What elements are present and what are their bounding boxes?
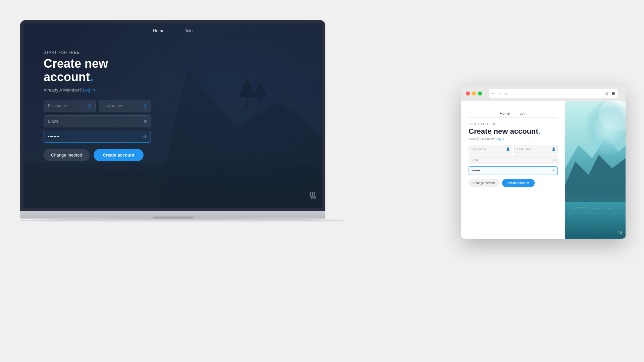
laptop-login-link[interactable]: Log In bbox=[83, 87, 95, 93]
laptop-lastname-icon: 👤 bbox=[142, 104, 148, 109]
browser-star-icon[interactable]: ☆ bbox=[604, 90, 609, 97]
laptop-stand-shadow bbox=[20, 219, 345, 223]
browser-watermark: \\\ bbox=[618, 230, 622, 235]
browser-decorative-image: \\\ bbox=[565, 101, 626, 239]
browser-email-icon: ✉ bbox=[553, 158, 555, 162]
laptop-password-row: 👁 bbox=[44, 131, 151, 143]
browser-email-row: ✉ bbox=[469, 156, 558, 164]
browser-password-wrap: 👁 bbox=[469, 166, 558, 175]
browser-lastname-icon: 👤 bbox=[552, 147, 555, 151]
laptop-screen: Home Join START FOR FREE Create new acco… bbox=[20, 20, 325, 211]
laptop-firstname-wrap: 👤 bbox=[44, 100, 96, 112]
laptop-container: Home Join START FOR FREE Create new acco… bbox=[20, 20, 329, 223]
laptop-password-wrap: 👁 bbox=[44, 131, 151, 143]
traffic-lights bbox=[466, 92, 482, 96]
laptop-firstname-icon: 👤 bbox=[87, 104, 92, 109]
browser-password-input[interactable] bbox=[469, 166, 558, 175]
browser-name-row: 👤 👤 bbox=[469, 145, 558, 154]
laptop-watermark: \\\ bbox=[310, 190, 315, 201]
laptop-create-account-button[interactable]: Create account bbox=[94, 149, 144, 161]
browser-member-text: Already A Member? Log In bbox=[469, 137, 558, 141]
browser-form-side: Home Join START FOR FREE Create new acco… bbox=[461, 101, 565, 239]
laptop-nav-home[interactable]: Home bbox=[153, 28, 165, 33]
laptop-email-input[interactable] bbox=[44, 115, 151, 127]
browser-titlebar: ← → ⌂ ☆ ≡ bbox=[461, 85, 626, 101]
browser-navbar: Home Join bbox=[469, 108, 558, 118]
browser-lastname-input[interactable] bbox=[514, 145, 558, 154]
laptop-email-wrap: ✉ bbox=[44, 115, 151, 127]
browser-home-icon[interactable]: ⌂ bbox=[505, 91, 507, 96]
laptop-title-dot: . bbox=[90, 70, 93, 84]
laptop-name-row: 👤 👤 bbox=[44, 100, 151, 112]
browser-address-bar: ← → ⌂ ☆ ≡ bbox=[489, 89, 618, 98]
browser-window: ← → ⌂ ☆ ≡ Home Join START FOR FREE Creat… bbox=[461, 85, 626, 239]
laptop-navbar: Home Join bbox=[23, 23, 322, 38]
browser-back-arrow[interactable]: ← bbox=[491, 91, 495, 96]
laptop-title-text: Create new account bbox=[44, 57, 108, 84]
traffic-light-yellow[interactable] bbox=[472, 92, 476, 96]
browser-nav-home[interactable]: Home bbox=[500, 111, 509, 115]
svg-point-11 bbox=[612, 111, 626, 131]
laptop-email-icon: ✉ bbox=[144, 119, 148, 124]
laptop-form-area: START FOR FREE Create new account. Alrea… bbox=[44, 50, 151, 161]
browser-btn-row: Change method Create account bbox=[469, 179, 558, 187]
browser-email-input[interactable] bbox=[469, 156, 558, 164]
browser-title-text: Create new account bbox=[469, 127, 538, 135]
browser-login-link[interactable]: Log In bbox=[496, 137, 504, 141]
browser-image-panel: \\\ bbox=[565, 101, 626, 239]
traffic-light-red[interactable] bbox=[466, 92, 470, 96]
svg-rect-14 bbox=[565, 202, 626, 239]
browser-password-eye-icon[interactable]: 👁 bbox=[552, 169, 555, 172]
browser-create-account-button[interactable]: Create account bbox=[502, 179, 535, 187]
laptop-email-row: ✉ bbox=[44, 115, 151, 127]
browser-start-label: START FOR FREE bbox=[469, 122, 558, 126]
laptop-nav-join[interactable]: Join bbox=[184, 28, 193, 33]
laptop-btn-row: Change method Create account bbox=[44, 149, 151, 161]
browser-form-title: Create new account. bbox=[469, 127, 558, 135]
browser-change-method-button[interactable]: Change method bbox=[469, 179, 499, 187]
laptop-password-input[interactable] bbox=[44, 131, 151, 143]
browser-firstname-icon: 👤 bbox=[506, 147, 510, 151]
laptop-change-method-button[interactable]: Change method bbox=[44, 149, 90, 161]
browser-landscape-svg bbox=[565, 101, 626, 239]
browser-password-row: 👁 bbox=[469, 166, 558, 175]
browser-content: Home Join START FOR FREE Create new acco… bbox=[461, 101, 626, 239]
browser-firstname-input[interactable] bbox=[469, 145, 512, 154]
browser-nav-join[interactable]: Join bbox=[520, 111, 527, 115]
browser-title-dot: . bbox=[538, 127, 540, 135]
browser-menu-icon[interactable]: ≡ bbox=[612, 90, 615, 97]
svg-point-10 bbox=[599, 101, 626, 130]
browser-email-wrap: ✉ bbox=[469, 156, 558, 164]
laptop-form-title: Create new account. bbox=[44, 57, 151, 83]
laptop-member-text: Already A Member? Log In bbox=[44, 87, 151, 93]
laptop-lastname-wrap: 👤 bbox=[99, 100, 151, 112]
laptop-bg: Home Join START FOR FREE Create new acco… bbox=[23, 23, 322, 208]
browser-lastname-wrap: 👤 bbox=[514, 145, 558, 154]
laptop-base bbox=[20, 211, 325, 219]
browser-forward-arrow[interactable]: → bbox=[498, 91, 502, 96]
laptop-password-eye-icon[interactable]: 👁 bbox=[143, 134, 148, 139]
traffic-light-green[interactable] bbox=[478, 92, 482, 96]
laptop-start-label: START FOR FREE bbox=[44, 50, 151, 54]
browser-firstname-wrap: 👤 bbox=[469, 145, 512, 154]
